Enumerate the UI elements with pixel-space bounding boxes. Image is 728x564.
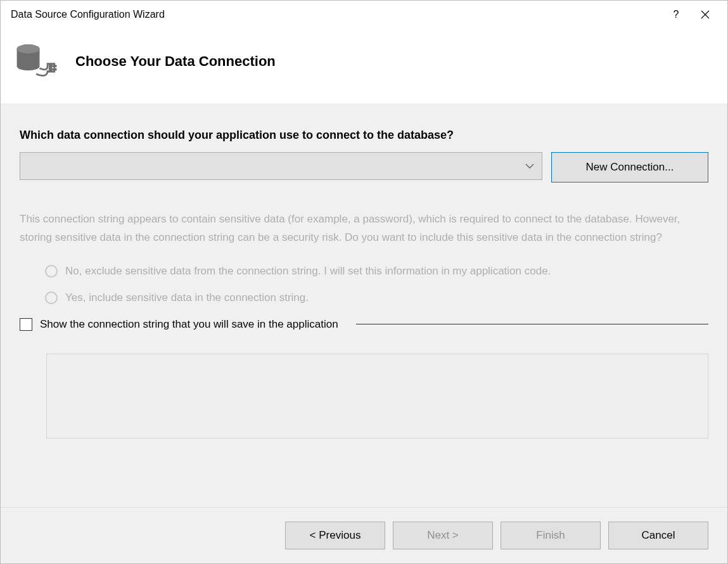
question-label: Which data connection should your applic…	[20, 129, 708, 142]
radio-exclude-sensitive: No, exclude sensitive data from the conn…	[45, 265, 708, 278]
svg-rect-4	[52, 68, 56, 71]
sensitive-data-description: This connection string appears to contai…	[20, 210, 708, 247]
new-connection-label: New Connection...	[586, 161, 674, 174]
connection-dropdown[interactable]	[20, 152, 542, 180]
svg-rect-3	[52, 65, 56, 67]
wizard-header: Choose Your Data Connection	[1, 29, 727, 103]
finish-button: Finish	[501, 522, 601, 549]
radio-icon	[45, 292, 58, 304]
wizard-content: Which data connection should your applic…	[1, 103, 727, 507]
svg-point-1	[17, 44, 40, 53]
cancel-label: Cancel	[642, 529, 675, 542]
wizard-footer: < Previous Next > Finish Cancel	[1, 507, 727, 563]
previous-label: < Previous	[310, 529, 361, 542]
svg-rect-2	[49, 64, 52, 72]
radio-include-label: Yes, include sensitive data in the conne…	[65, 292, 309, 304]
window-title: Data Source Configuration Wizard	[11, 9, 661, 20]
chevron-down-icon	[525, 163, 534, 169]
connection-string-textbox	[46, 354, 708, 439]
show-connection-string-row: Show the connection string that you will…	[20, 318, 708, 331]
help-button[interactable]: ?	[661, 4, 691, 25]
database-plug-icon	[15, 41, 59, 82]
divider	[356, 324, 708, 324]
cancel-button[interactable]: Cancel	[608, 522, 708, 549]
close-icon	[701, 10, 710, 19]
radio-icon	[45, 265, 58, 278]
expand-toggle-checkbox[interactable]	[20, 318, 32, 331]
next-label: Next >	[427, 529, 459, 542]
previous-button[interactable]: < Previous	[285, 522, 385, 549]
new-connection-button[interactable]: New Connection...	[551, 152, 708, 183]
show-connection-string-label: Show the connection string that you will…	[40, 318, 338, 331]
next-button: Next >	[393, 522, 493, 549]
help-icon: ?	[674, 9, 679, 20]
radio-exclude-label: No, exclude sensitive data from the conn…	[65, 265, 551, 278]
titlebar: Data Source Configuration Wizard ?	[1, 1, 727, 29]
connection-row: New Connection...	[20, 152, 708, 183]
close-button[interactable]	[691, 4, 720, 25]
page-title: Choose Your Data Connection	[75, 53, 276, 70]
finish-label: Finish	[536, 529, 565, 542]
radio-include-sensitive: Yes, include sensitive data in the conne…	[45, 292, 708, 304]
